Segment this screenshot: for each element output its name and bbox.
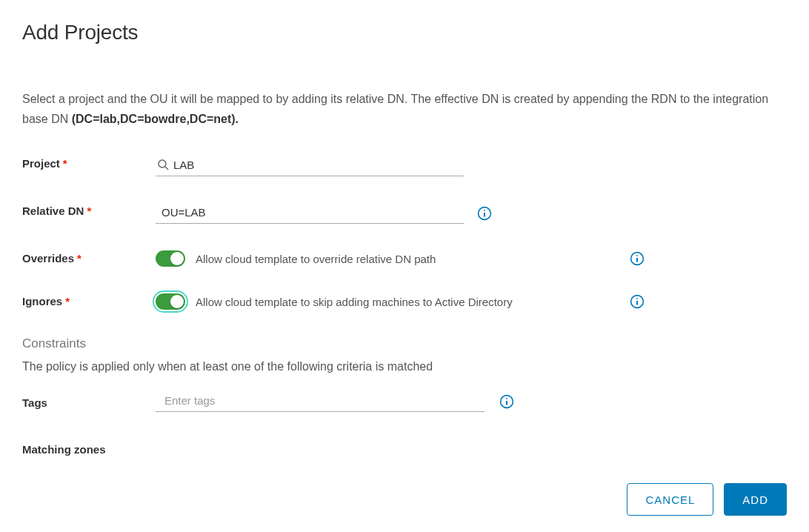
constraints-subtext: The policy is applied only when at least… [22,360,787,373]
description-text: Select a project and the OU it will be m… [22,89,787,129]
info-icon[interactable] [630,251,645,266]
relative-dn-label: Relative DN* [22,203,156,217]
relative-dn-input[interactable] [156,203,464,224]
overrides-label-text: Overrides [22,252,74,265]
info-icon[interactable] [630,294,645,309]
svg-point-12 [506,398,507,399]
ignores-label-text: Ignores [22,295,62,307]
toggle-knob [170,295,184,308]
tags-label: Tags [22,395,156,409]
ignores-toggle-label: Allow cloud template to skip adding mach… [196,296,513,308]
svg-point-6 [636,255,638,256]
tags-row: Tags [22,391,787,412]
page-title: Add Projects [22,21,787,44]
ignores-row: Ignores* Allow cloud template to skip ad… [22,293,787,310]
ignores-label: Ignores* [22,293,156,307]
svg-point-3 [484,210,485,211]
constraints-heading: Constraints [22,336,787,351]
tags-input[interactable] [156,391,485,412]
overrides-label: Overrides* [22,250,156,265]
required-indicator: * [87,205,91,217]
required-indicator: * [65,295,70,307]
overrides-toggle-label: Allow cloud template to override relativ… [196,253,436,265]
project-input-wrap [156,156,464,176]
required-indicator: * [63,157,67,170]
project-label-text: Project [22,157,60,170]
project-label: Project* [22,156,156,170]
info-icon[interactable] [499,394,514,409]
overrides-row: Overrides* Allow cloud template to overr… [22,250,787,267]
cancel-button[interactable]: CANCEL [627,483,713,516]
ignores-toggle[interactable] [156,293,185,310]
svg-point-9 [636,298,638,299]
info-icon[interactable] [477,206,492,221]
add-button[interactable]: ADD [724,483,787,516]
overrides-toggle[interactable] [156,250,185,267]
required-indicator: * [77,252,81,265]
toggle-knob [170,252,184,265]
description-base-dn: (DC=lab,DC=bowdre,DC=net). [72,113,239,125]
footer-buttons: CANCEL ADD [627,483,787,516]
matching-zones-label: Matching zones [22,442,156,456]
relative-dn-row: Relative DN* [22,203,787,224]
project-row: Project* [22,156,787,176]
relative-dn-label-text: Relative DN [22,205,84,217]
project-input[interactable] [156,156,464,176]
matching-zones-row: Matching zones [22,442,787,456]
